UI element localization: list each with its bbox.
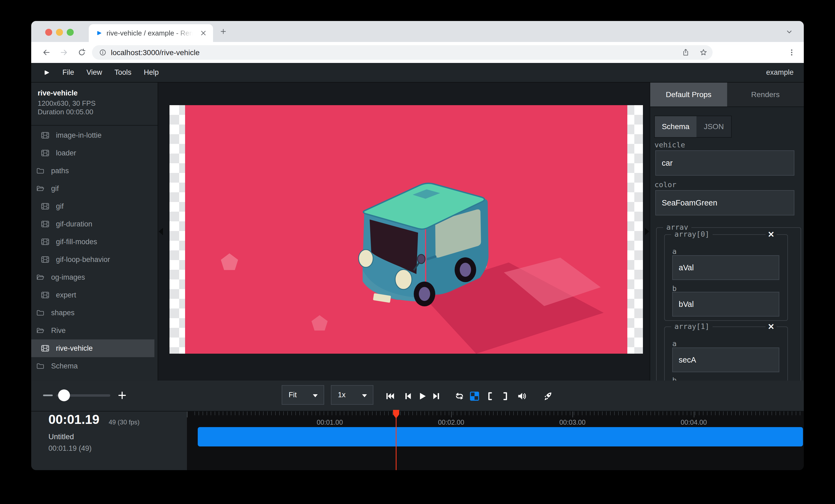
timeline-track-bar[interactable] (198, 427, 803, 446)
sidebar-item-gif-duration[interactable]: gif-duration (31, 215, 158, 233)
transparency-checkerboard-toggle-icon[interactable] (470, 391, 480, 401)
folder-open-icon (35, 274, 46, 280)
playhead-line[interactable] (396, 411, 396, 470)
sidebar-item-label: gif-loop-behavior (56, 255, 110, 264)
sidebar-item-og-images[interactable]: og-images (31, 268, 158, 286)
sidebar-item-label: Rive (51, 327, 66, 335)
sidebar-item-label: shapes (51, 309, 75, 317)
toggle-json[interactable]: JSON (696, 116, 731, 137)
browser-tab[interactable]: rive-vehicle / example - Remot (89, 24, 213, 42)
browser-menu-kebab-icon[interactable] (788, 48, 796, 57)
sidebar-item-shapes[interactable]: shapes (31, 304, 158, 322)
menu-help[interactable]: Help (144, 68, 159, 77)
toggle-schema[interactable]: Schema (655, 116, 696, 137)
sidebar-item-label: image-in-lottie (56, 131, 102, 140)
chevron-down-icon (313, 394, 318, 397)
volume-icon[interactable] (517, 391, 527, 401)
site-info-icon[interactable] (99, 49, 106, 56)
in-point-bracket-icon[interactable] (485, 391, 495, 401)
timeline-info-panel: 00:01.19 49 (30 fps) Untitled 00:01.19 (… (31, 412, 187, 470)
window-close-button[interactable] (45, 29, 52, 36)
sidebar-item-label: Schema (51, 362, 78, 370)
timeline-ruler[interactable] (195, 412, 804, 415)
window-zoom-button[interactable] (67, 29, 74, 36)
folder-open-icon (35, 185, 46, 192)
new-tab-icon[interactable] (220, 28, 227, 35)
film-icon (40, 256, 50, 263)
menu-view[interactable]: View (87, 68, 102, 77)
sidebar-item-Rive[interactable]: Rive (31, 322, 158, 339)
film-icon (40, 149, 50, 156)
array-0-b-input[interactable]: bVal (672, 292, 779, 317)
url-text[interactable]: localhost:3000/rive-vehicle (111, 48, 200, 57)
tab-renders[interactable]: Renders (727, 83, 804, 106)
previous-frame-icon[interactable] (403, 391, 413, 401)
film-icon (40, 203, 50, 210)
next-frame-icon[interactable] (431, 391, 441, 401)
transparency-checkerboard (169, 105, 643, 354)
composition-list: image-in-lottieloaderpathsgifgifgif-dura… (31, 126, 158, 375)
play-icon[interactable] (417, 391, 427, 401)
vehicle-input[interactable]: car (655, 150, 794, 175)
canvas-scale-dropdown[interactable]: Fit (282, 385, 324, 405)
array-fieldset: array array[0] ✕ a aVal b bVal array[1] … (656, 227, 801, 381)
tab-close-icon[interactable] (200, 29, 207, 37)
array-1-remove-icon[interactable]: ✕ (766, 323, 777, 331)
current-time: 00:01.19 (48, 412, 100, 427)
menu-tools[interactable]: Tools (115, 68, 131, 77)
playback-rate-dropdown[interactable]: 1x (331, 385, 373, 405)
sidebar-item-paths[interactable]: paths (31, 162, 158, 180)
sidebar-item-label: expert (56, 291, 76, 299)
player-toolbar: Fit 1x (31, 381, 804, 412)
render-rocket-icon[interactable] (543, 391, 552, 401)
array-0-a-input[interactable]: aVal (672, 255, 779, 280)
sidebar-item-loader[interactable]: loader (31, 144, 158, 162)
jump-to-start-icon[interactable] (385, 391, 395, 401)
main-content: rive-vehicle 1200x630, 30 FPS Duration 0… (31, 83, 804, 381)
props-panel: Default Props Renders Schema JSON vehicl… (650, 83, 804, 381)
tab-search-chevron-icon[interactable] (786, 28, 793, 36)
forward-icon[interactable] (60, 48, 68, 57)
sidebar-item-label: rive-vehicle (56, 344, 93, 353)
timeline-track-area[interactable]: 00:01.00 00:02.00 00:03.00 00:04.00 (187, 412, 804, 470)
loop-icon[interactable] (455, 391, 464, 401)
bookmark-star-icon[interactable] (699, 48, 708, 57)
collapse-panel-handle[interactable] (645, 228, 649, 235)
sidebar-item-gif[interactable]: gif (31, 180, 158, 197)
film-icon (40, 292, 50, 298)
array-0-fieldset: array[0] ✕ a aVal b bVal (664, 234, 788, 321)
sidebar-item-gif-fill-modes[interactable]: gif-fill-modes (31, 233, 158, 251)
color-input[interactable]: SeaFoamGreen (655, 190, 794, 215)
field-label-color: color (654, 181, 676, 189)
reload-icon[interactable] (78, 48, 86, 57)
collapse-sidebar-handle[interactable] (159, 228, 163, 235)
composition-duration: Duration 00:05.00 (38, 108, 93, 116)
menu-file[interactable]: File (62, 68, 74, 77)
playhead-marker[interactable] (393, 410, 399, 419)
share-icon[interactable] (682, 48, 690, 57)
array-1-legend: array[1] (671, 322, 713, 331)
array-1-a-input[interactable]: secA (672, 348, 779, 372)
back-icon[interactable] (42, 48, 50, 57)
zoom-out-icon[interactable] (43, 395, 53, 396)
sidebar-item-Schema[interactable]: Schema (31, 357, 158, 375)
sidebar-item-label: gif (51, 185, 59, 193)
sidebar-item-image-in-lottie[interactable]: image-in-lottie (31, 126, 158, 144)
remotion-logo-icon[interactable] (43, 69, 50, 76)
sidebar-item-label: og-images (51, 273, 85, 281)
folder-open-icon (35, 327, 46, 334)
zoom-in-icon[interactable] (117, 391, 127, 400)
sidebar-item-gif-loop-behavior[interactable]: gif-loop-behavior (31, 251, 158, 268)
out-point-bracket-icon[interactable] (500, 391, 510, 401)
window-minimize-button[interactable] (56, 29, 63, 36)
sidebar-item-gif[interactable]: gif (31, 197, 158, 215)
screenshot: rive-vehicle / example - Remot localh (0, 0, 835, 504)
array-1-a-label: a (672, 339, 676, 348)
tab-default-props[interactable]: Default Props (650, 83, 727, 106)
sidebar-item-expert[interactable]: expert (31, 286, 158, 304)
array-0-remove-icon[interactable]: ✕ (766, 230, 777, 238)
project-name: example (766, 68, 794, 77)
array-0-b-label: b (672, 284, 676, 293)
sidebar-item-rive-vehicle[interactable]: rive-vehicle (31, 339, 155, 357)
zoom-slider-knob[interactable] (58, 390, 70, 401)
